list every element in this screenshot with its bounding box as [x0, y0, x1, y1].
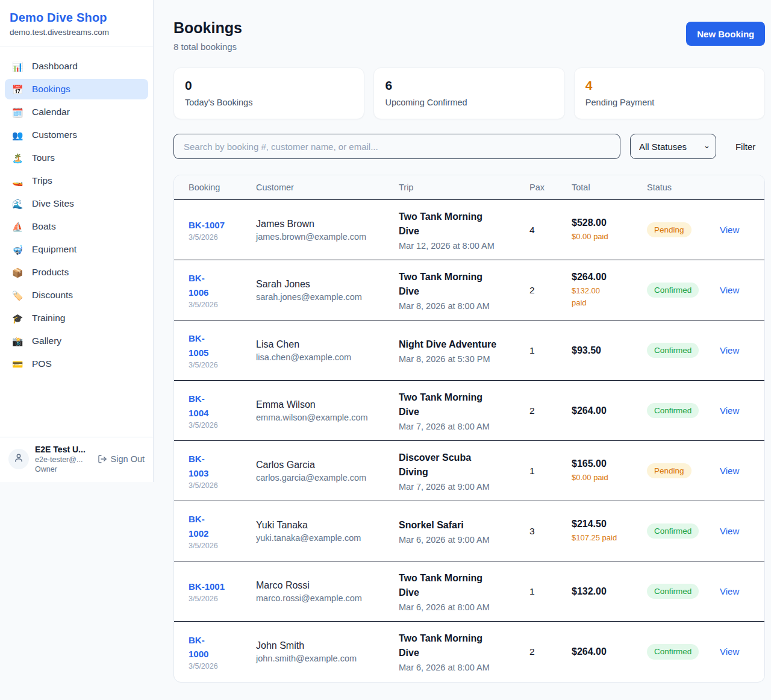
sidebar-item-label: Bookings — [32, 84, 70, 95]
trip-date: Mar 7, 2026 at 8:00 AM — [399, 422, 519, 431]
speedboat-icon: 🚤 — [11, 177, 24, 186]
user-email: e2e-tester@... — [35, 455, 86, 464]
total-cell: $264.00 — [572, 405, 647, 416]
sidebar-item-label: POS — [32, 358, 52, 369]
credit-card-icon: 💳 — [11, 360, 24, 369]
sidebar-item-customers[interactable]: 👥 Customers — [5, 125, 148, 145]
tag-icon: 🏷️ — [11, 291, 24, 300]
status-cell: Pending — [647, 463, 720, 479]
pax-cell: 3 — [529, 526, 572, 537]
booking-link[interactable]: BK- 1004 — [189, 392, 245, 420]
view-link[interactable]: View — [720, 225, 739, 235]
pax-value: 2 — [529, 405, 561, 416]
customer-name: Sarah Jones — [256, 279, 388, 290]
customer-email: james.brown@example.com — [256, 232, 388, 242]
new-booking-button[interactable]: New Booking — [686, 22, 765, 46]
view-link[interactable]: View — [720, 526, 739, 536]
view-link[interactable]: View — [720, 646, 739, 657]
search-input[interactable] — [173, 134, 620, 159]
view-link[interactable]: View — [720, 345, 739, 355]
total-value: $165.00 — [572, 458, 636, 469]
view-link[interactable]: View — [720, 466, 739, 476]
sidebar-item-dashboard[interactable]: 📊 Dashboard — [5, 56, 148, 77]
trip-name: Discover Scuba Diving — [399, 451, 519, 480]
booking-cell: BK-1007 3/5/2026 — [189, 218, 256, 242]
pax-value: 1 — [529, 466, 561, 477]
stat-label: Pending Payment — [585, 98, 754, 107]
table-row: BK- 1004 3/5/2026 Emma Wilson emma.wilso… — [174, 381, 764, 441]
booking-cell: BK-1001 3/5/2026 — [189, 580, 256, 603]
view-link[interactable]: View — [720, 405, 739, 416]
table-body: BK-1007 3/5/2026 James Brown james.brown… — [174, 200, 764, 682]
sign-out-button[interactable]: Sign Out — [98, 454, 145, 464]
pax-cell: 1 — [529, 345, 572, 356]
pax-cell: 1 — [529, 586, 572, 597]
sidebar-item-boats[interactable]: ⛵ Boats — [5, 216, 148, 237]
trip-name: Two Tank Morning Dive — [399, 631, 519, 660]
total-value: $93.50 — [572, 345, 636, 356]
sailboat-icon: ⛵ — [11, 222, 24, 231]
sign-out-label: Sign Out — [111, 454, 145, 464]
stat-card: 0 Today's Bookings — [173, 67, 364, 119]
pax-value: 4 — [529, 225, 561, 236]
booking-date: 3/5/2026 — [189, 595, 245, 603]
trip-name: Two Tank Morning Dive — [399, 390, 519, 419]
sidebar-item-calendar[interactable]: 🗓️ Calendar — [5, 102, 148, 122]
filter-button[interactable]: Filter — [726, 142, 765, 152]
sidebar-item-bookings[interactable]: 📅 Bookings — [5, 79, 148, 99]
total-cell: $214.50 $107.25 paid — [572, 519, 647, 544]
paid-value: $107.25 paid — [572, 532, 636, 544]
status-select[interactable]: All Statuses — [630, 134, 716, 159]
sidebar-item-label: Dive Sites — [32, 198, 74, 209]
sidebar-item-equipment[interactable]: 🤿 Equipment — [5, 239, 148, 260]
sidebar-item-pos[interactable]: 💳 POS — [5, 354, 148, 374]
view-link[interactable]: View — [720, 586, 739, 596]
view-cell: View — [720, 405, 750, 416]
customer-email: john.smith@example.com — [256, 654, 388, 663]
sidebar-item-products[interactable]: 📦 Products — [5, 262, 148, 283]
sidebar-item-tours[interactable]: 🏝️ Tours — [5, 148, 148, 168]
users-icon: 👥 — [11, 131, 24, 140]
trip-cell: Two Tank Morning Dive Mar 6, 2026 at 8:0… — [399, 631, 529, 672]
total-value: $264.00 — [572, 646, 636, 657]
customer-cell: Lisa Chen lisa.chen@example.com — [256, 339, 399, 362]
graduation-cap-icon: 🎓 — [11, 314, 24, 323]
customer-email: emma.wilson@example.com — [256, 413, 388, 422]
customer-cell: Emma Wilson emma.wilson@example.com — [256, 399, 399, 422]
status-badge: Confirmed — [647, 403, 699, 419]
booking-link[interactable]: BK- 1002 — [189, 512, 245, 540]
trip-name: Snorkel Safari — [399, 518, 519, 533]
trip-date: Mar 6, 2026 at 8:00 AM — [399, 602, 519, 612]
sidebar-item-training[interactable]: 🎓 Training — [5, 308, 148, 328]
booking-link[interactable]: BK- 1006 — [189, 271, 245, 299]
total-value: $264.00 — [572, 405, 636, 416]
paid-value: $0.00 paid — [572, 231, 636, 243]
booking-link[interactable]: BK-1001 — [189, 580, 245, 593]
booking-link[interactable]: BK- 1003 — [189, 452, 245, 480]
view-cell: View — [720, 466, 750, 477]
sidebar-item-gallery[interactable]: 📸 Gallery — [5, 331, 148, 351]
view-link[interactable]: View — [720, 285, 739, 295]
booking-date: 3/5/2026 — [189, 233, 245, 242]
pax-cell: 2 — [529, 405, 572, 416]
booking-link[interactable]: BK- 1005 — [189, 331, 245, 360]
booking-link[interactable]: BK- 1000 — [189, 633, 245, 661]
column-header-status: Status — [647, 183, 720, 192]
sidebar-item-dive-sites[interactable]: 🌊 Dive Sites — [5, 193, 148, 214]
sidebar-item-discounts[interactable]: 🏷️ Discounts — [5, 285, 148, 305]
trip-name: Two Tank Morning Dive — [399, 571, 519, 600]
pax-value: 3 — [529, 526, 561, 537]
total-cell: $264.00 $132.00 paid — [572, 272, 647, 308]
page-header-text: Bookings 8 total bookings — [173, 19, 242, 52]
booking-cell: BK- 1003 3/5/2026 — [189, 452, 256, 490]
trip-date: Mar 8, 2026 at 8:00 AM — [399, 301, 519, 311]
booking-link[interactable]: BK-1007 — [189, 218, 245, 232]
booking-cell: BK- 1005 3/5/2026 — [189, 331, 256, 369]
booking-cell: BK- 1002 3/5/2026 — [189, 512, 256, 550]
logout-icon — [98, 454, 107, 464]
sidebar-item-trips[interactable]: 🚤 Trips — [5, 170, 148, 191]
island-icon: 🏝️ — [11, 154, 24, 163]
view-cell: View — [720, 586, 750, 597]
booking-cell: BK- 1004 3/5/2026 — [189, 392, 256, 430]
trip-cell: Night Dive Adventure Mar 8, 2026 at 5:30… — [399, 337, 529, 364]
